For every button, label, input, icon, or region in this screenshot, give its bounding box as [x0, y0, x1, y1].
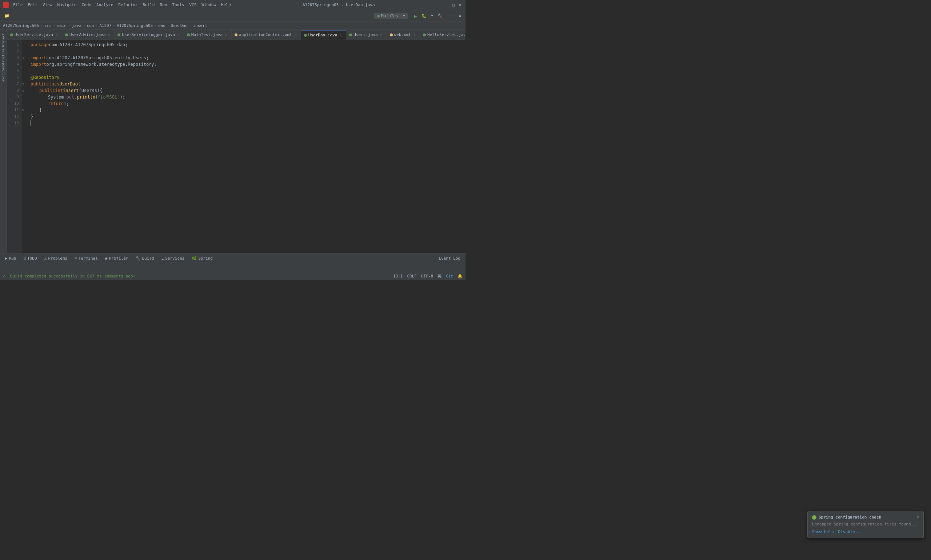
tab-close-button[interactable]: ✕ [107, 33, 111, 37]
close-button[interactable]: ✕ [457, 3, 463, 8]
breadcrumb-item[interactable]: main [57, 23, 66, 28]
event-log-tab[interactable]: Event Log [436, 255, 463, 262]
notifications-icon[interactable]: 🔔 [457, 274, 463, 278]
toolbar-project-btn[interactable]: 📁 [3, 13, 11, 19]
tab-userservice[interactable]: UserService.java ✕ [7, 30, 62, 40]
run-config-selector[interactable]: ● MainTest ▾ [374, 13, 408, 19]
spring-icon: 🌿 [192, 256, 197, 261]
code-line-1: package com.A1207.A1207Springch05.dao; [31, 42, 466, 48]
run-button[interactable]: ▶ [412, 12, 418, 20]
window-controls[interactable]: ─ □ ✕ [445, 3, 463, 8]
menu-window[interactable]: Window [199, 2, 218, 8]
tab-appcontext[interactable]: applicationContext.xml ✕ [232, 30, 301, 40]
breadcrumb-item[interactable]: A1207Springch05 [3, 23, 39, 28]
menu-tools[interactable]: Tools [170, 2, 186, 8]
run-config-icon: ● [377, 14, 380, 18]
tab-close-button[interactable]: ✕ [412, 33, 417, 37]
statusbar: ✓ Build completed successfully in 667 ms… [0, 272, 466, 280]
menu-refactor[interactable]: Refactor [116, 2, 140, 8]
breadcrumb-item[interactable]: UserDao [171, 23, 187, 28]
tab-icon [235, 34, 237, 36]
tab-webxml[interactable]: web.xml ✕ [387, 30, 420, 40]
code-content[interactable]: ⚠ 1 ▲ package com.A1207.A1207Springch05.… [28, 40, 466, 253]
terminal-tab[interactable]: ⌨ Terminal [72, 255, 100, 262]
breadcrumb-item[interactable]: A1207 [99, 23, 111, 28]
tab-icon [10, 34, 13, 36]
profiler-icon: ◉ [105, 256, 108, 261]
menu-run[interactable]: Run [157, 2, 169, 8]
menu-navigate[interactable]: Navigate [55, 2, 79, 8]
problems-tab[interactable]: ⚠ Problems [42, 255, 70, 262]
tab-useradvice[interactable]: UserAdvice.java ✕ [62, 30, 115, 40]
cursor-position[interactable]: 13:1 [393, 274, 403, 278]
tab-close-button[interactable]: ✕ [294, 33, 298, 37]
tab-close-button[interactable]: ✕ [339, 33, 343, 37]
problems-icon: ⚠ [45, 256, 47, 261]
code-line-2 [31, 48, 466, 55]
debug-button[interactable]: 🐛 [420, 13, 428, 19]
breadcrumb-item[interactable]: dao [158, 23, 165, 28]
git-branch[interactable]: Git [446, 274, 453, 278]
settings-button[interactable]: ⚙ [457, 13, 463, 19]
tab-close-button[interactable]: ✕ [224, 33, 228, 37]
encoding[interactable]: UTF-8 [421, 274, 433, 278]
cursor [31, 120, 31, 126]
breadcrumb-item[interactable]: insert [193, 23, 207, 28]
tab-close-button[interactable]: ✕ [55, 33, 59, 37]
menu-build[interactable]: Build [140, 2, 157, 8]
ime-status[interactable]: 英 [437, 274, 442, 279]
line-ending[interactable]: CRLF [407, 274, 417, 278]
tab-icon [117, 34, 120, 36]
breadcrumb: A1207Springch05 › src › main › java › co… [0, 22, 466, 30]
window-title: A1207Springch05 - UserDao.java [233, 3, 445, 7]
services-tab[interactable]: ☁ Services [159, 255, 187, 262]
menu-analyze[interactable]: Analyze [94, 2, 115, 8]
profiler-tab[interactable]: ◉ Profiler [103, 255, 131, 262]
fold-gutter: ⊟ ⊟ ⊟ ⊟ [22, 40, 28, 253]
code-line-11: } [31, 107, 466, 114]
spring-tab[interactable]: 🌿 Spring [189, 255, 215, 262]
maximize-button[interactable]: □ [451, 3, 456, 8]
tab-close-button[interactable]: ✕ [379, 33, 384, 37]
app-icon [3, 2, 9, 8]
tab-users[interactable]: Users.java ✕ [346, 30, 386, 40]
minimize-button[interactable]: ─ [445, 3, 449, 8]
menu-file[interactable]: File [11, 2, 25, 8]
tab-userservicelogger[interactable]: UserServiceLogger.java ✕ [115, 30, 184, 40]
todo-tab[interactable]: ☑ TODO [22, 255, 39, 262]
tab-userdao[interactable]: UserDao.java ✕ [301, 30, 346, 40]
menu-edit[interactable]: Edit [26, 2, 40, 8]
coverage-button[interactable]: ☂ [429, 13, 435, 19]
code-line-13 [31, 120, 466, 126]
code-line-7: public class UserDao { [31, 81, 466, 87]
titlebar: File Edit View Navigate Code Analyze Ref… [0, 0, 466, 10]
tab-maintest[interactable]: MainTest.java ✕ [184, 30, 232, 40]
build-button[interactable]: 🔨 [436, 13, 444, 19]
build-tab[interactable]: 🔨 Build [133, 255, 156, 262]
build-status: ✓ Build completed successfully in 667 ms… [3, 274, 135, 278]
breadcrumb-item[interactable]: A1207Springch05 [117, 23, 153, 28]
menu-code[interactable]: Code [79, 2, 94, 8]
breadcrumb-item[interactable]: src [45, 23, 52, 28]
breadcrumb-item[interactable]: java [72, 23, 82, 28]
run-tab[interactable]: ▶ Run [3, 255, 18, 262]
code-line-10: return 1; [31, 100, 466, 107]
breadcrumb-item[interactable]: com [87, 23, 94, 28]
structure-icon[interactable]: Structure [0, 50, 6, 65]
favorites-icon[interactable]: Favorites [0, 68, 6, 82]
top-toolbar: 📁 ● MainTest ▾ ▶ 🐛 ☂ 🔨 ⚙ [0, 10, 466, 22]
code-editor[interactable]: 1 2 3 4 5 6 7 8 9 10 11 12 13 ⊟ [7, 40, 466, 253]
code-line-8: public int insert(Users s){ [31, 87, 466, 94]
menu-view[interactable]: View [40, 2, 55, 8]
menu-help[interactable]: Help [219, 2, 233, 8]
tab-icon [423, 34, 426, 36]
run-config-label: MainTest ▾ [381, 14, 405, 18]
menu-vcs[interactable]: VCS [187, 2, 199, 8]
project-icon[interactable]: Project [0, 33, 6, 47]
menu-bar[interactable]: File Edit View Navigate Code Analyze Ref… [11, 2, 233, 8]
tab-close-button[interactable]: ✕ [176, 33, 181, 37]
services-icon: ☁ [162, 256, 164, 261]
tab-helloservlet[interactable]: HelloServlet.ja... ✕ [420, 30, 466, 40]
bottom-tabs-bar: ▶ Run ☑ TODO ⚠ Problems ⌨ Terminal ◉ Pro… [0, 254, 466, 263]
tab-icon [349, 34, 352, 36]
